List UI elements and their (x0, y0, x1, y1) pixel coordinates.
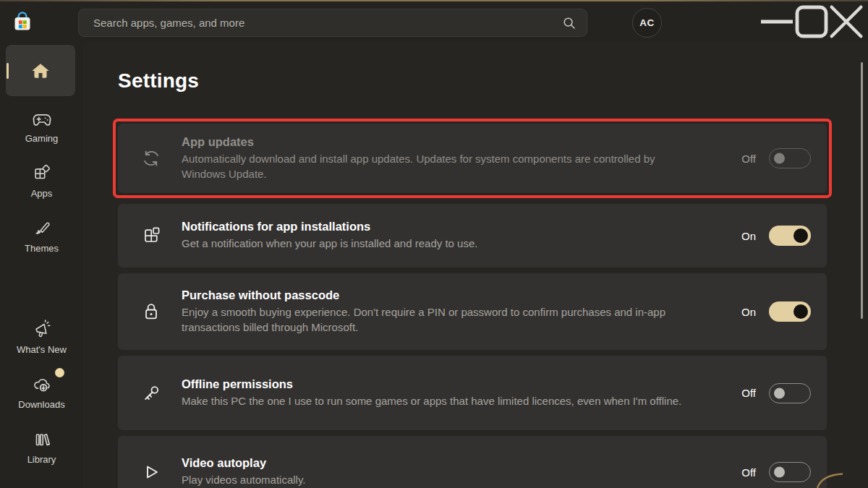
toggle-knob (793, 304, 808, 319)
notifications-toggle[interactable] (769, 226, 811, 246)
sidebar-item-gaming[interactable]: Gaming (0, 108, 83, 144)
downloads-icon (31, 374, 53, 395)
settings-list: App updates Automatically download and i… (118, 119, 827, 488)
search-icon[interactable] (562, 16, 576, 30)
whats-new-icon (31, 319, 53, 341)
setting-description: Make this PC the one I use to run some g… (182, 393, 688, 408)
setting-description: Enjoy a smooth buying experience. Don't … (182, 304, 688, 335)
page-title: Settings (118, 69, 827, 93)
lock-icon (140, 300, 163, 323)
sidebar-item-label: Downloads (18, 399, 64, 410)
account-avatar[interactable]: AC (632, 8, 662, 38)
scrollbar-thumb[interactable] (861, 62, 863, 319)
search-box[interactable] (78, 9, 587, 37)
sidebar-item-apps[interactable]: Apps (0, 163, 83, 199)
highlight-rectangle: App updates Automatically download and i… (113, 119, 832, 198)
minimize-button[interactable] (760, 1, 794, 42)
downloads-badge-dot (55, 368, 64, 377)
setting-description: Get a notification when your app is inst… (182, 236, 688, 251)
avatar-initials: AC (639, 17, 654, 28)
sidebar-item-label: Library (27, 454, 56, 465)
sidebar-item-whats-new[interactable]: What's New (0, 319, 83, 355)
close-button[interactable] (829, 1, 864, 42)
toggle-knob (793, 228, 808, 243)
toggle-state-label: Off (737, 153, 756, 165)
setting-row-app-updates: App updates Automatically download and i… (118, 124, 827, 193)
toggle-state-label: Off (737, 466, 756, 479)
sidebar-item-downloads[interactable]: Downloads (0, 374, 83, 410)
app-window-icon (140, 224, 163, 247)
decorative-arc (817, 473, 844, 488)
toggle-knob (774, 153, 785, 164)
sidebar-item-library[interactable]: Library (0, 429, 83, 465)
sidebar-item-themes[interactable]: Themes (0, 218, 83, 254)
key-icon (140, 382, 163, 405)
gaming-icon (31, 108, 53, 129)
toggle-state-label: Off (737, 387, 756, 399)
sidebar-item-label: Themes (25, 243, 59, 254)
setting-title: Offline permissions (182, 377, 728, 391)
setting-row-purchase: Purchase without passcode Enjoy a smooth… (118, 273, 827, 350)
sidebar-item-label: Apps (31, 188, 53, 199)
active-indicator (7, 63, 9, 79)
setting-description: Play videos automatically. (182, 472, 688, 487)
store-logo-icon[interactable] (11, 11, 34, 34)
setting-row-video-autoplay: Video autoplay Play videos automatically… (118, 436, 827, 488)
toggle-state-label: On (737, 230, 756, 242)
sidebar: Gaming Apps Themes (0, 43, 83, 488)
setting-description: Automatically download and install app u… (182, 151, 688, 182)
maximize-button[interactable] (794, 1, 829, 42)
window-controls (760, 1, 864, 42)
sidebar-item-home[interactable] (6, 45, 75, 96)
sidebar-item-label: What's New (17, 344, 67, 355)
toggle-knob (774, 467, 785, 478)
themes-icon (31, 218, 53, 239)
play-icon (140, 461, 163, 484)
home-icon (30, 60, 51, 82)
app-updates-toggle[interactable] (769, 148, 811, 168)
setting-title: Notifications for app installations (182, 220, 728, 234)
toggle-knob (774, 388, 785, 398)
search-input[interactable] (92, 16, 562, 30)
setting-row-offline-permissions: Offline permissions Make this PC the one… (118, 356, 827, 430)
titlebar: AC (0, 1, 868, 42)
offline-permissions-toggle[interactable] (769, 383, 811, 403)
video-autoplay-toggle[interactable] (769, 462, 811, 482)
toggle-state-label: On (737, 306, 756, 318)
purchase-toggle[interactable] (769, 301, 811, 322)
setting-title: App updates (182, 135, 728, 149)
setting-row-notifications: Notifications for app installations Get … (118, 204, 827, 267)
settings-page: Settings App updates Automatically (83, 42, 868, 488)
setting-title: Video autoplay (182, 456, 728, 470)
sidebar-item-label: Gaming (25, 133, 59, 144)
library-icon (31, 429, 53, 450)
apps-icon (31, 163, 53, 184)
sync-icon (140, 147, 163, 170)
setting-title: Purchase without passcode (182, 288, 728, 302)
